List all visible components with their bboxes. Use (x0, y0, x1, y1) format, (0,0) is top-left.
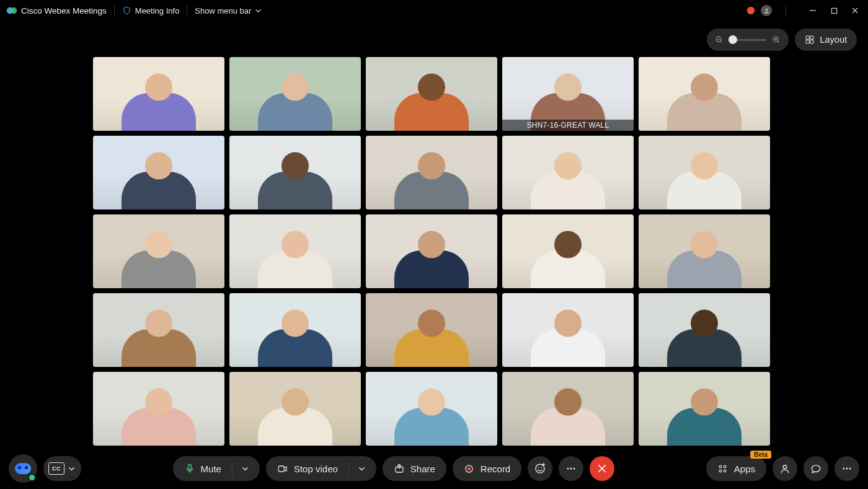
participant-tile[interactable] (639, 293, 770, 367)
zoom-slider[interactable] (729, 39, 766, 41)
participant-tile[interactable] (366, 136, 497, 209)
svg-rect-7 (810, 36, 813, 39)
reactions-icon (534, 462, 546, 475)
chevron-down-icon (242, 465, 249, 472)
maximize-button[interactable] (830, 6, 838, 15)
end-meeting-button[interactable] (590, 456, 614, 481)
close-icon (596, 463, 608, 474)
participant-tile[interactable] (229, 293, 361, 367)
participant-tile[interactable] (639, 214, 770, 288)
participant-tile[interactable] (639, 372, 770, 446)
chevron-down-icon (255, 7, 262, 14)
svg-rect-10 (188, 464, 191, 469)
more-icon (841, 462, 853, 475)
separator (187, 6, 187, 15)
separator (786, 6, 786, 15)
meeting-info-button[interactable]: Meeting Info (122, 6, 180, 15)
participant-tile[interactable] (93, 57, 224, 131)
reactions-button[interactable] (528, 456, 552, 481)
participant-tile[interactable] (639, 136, 770, 209)
svg-rect-6 (806, 36, 809, 39)
participant-tile[interactable] (366, 293, 497, 367)
chat-panel-button[interactable] (804, 456, 828, 481)
svg-point-20 (574, 468, 575, 470)
cc-icon: CC (48, 462, 64, 475)
mute-button[interactable]: Mute (173, 456, 260, 481)
participant-tile[interactable] (93, 372, 224, 446)
separator (114, 6, 115, 15)
participant-tile[interactable] (93, 293, 224, 367)
chat-icon (810, 462, 822, 475)
video-options-button[interactable] (352, 464, 365, 474)
participants-panel-button[interactable] (773, 456, 797, 481)
participant-tile[interactable] (502, 372, 634, 446)
svg-point-21 (719, 465, 722, 468)
mute-label: Mute (201, 464, 221, 474)
participant-tile[interactable] (229, 136, 361, 209)
participant-tile[interactable] (229, 57, 361, 131)
microphone-icon (184, 463, 195, 474)
svg-point-26 (843, 468, 845, 470)
title-bar: Cisco Webex Meetings Meeting Info Show m… (0, 0, 868, 21)
participants-grid: SHN7-16-GREAT WALL (93, 57, 770, 446)
stop-video-label: Stop video (294, 464, 338, 474)
beta-badge: Beta (750, 451, 771, 459)
show-menu-bar-button[interactable]: Show menu bar (195, 6, 262, 15)
more-options-button[interactable] (559, 456, 583, 481)
participant-tile[interactable] (93, 214, 224, 288)
close-button[interactable] (851, 6, 859, 15)
zoom-in-button[interactable] (771, 35, 781, 45)
participant-tile[interactable] (93, 136, 224, 209)
assistant-button[interactable] (9, 454, 37, 483)
svg-point-24 (724, 470, 726, 472)
participant-tile[interactable] (502, 293, 634, 367)
svg-point-22 (724, 465, 726, 468)
svg-rect-9 (810, 40, 813, 43)
svg-point-23 (719, 470, 722, 472)
apps-icon (717, 463, 728, 474)
participant-tile[interactable] (366, 214, 497, 288)
apps-button[interactable]: Apps Beta (706, 456, 766, 481)
svg-point-18 (567, 468, 569, 470)
svg-rect-11 (278, 466, 284, 472)
participant-tile[interactable] (229, 214, 361, 288)
participant-tile[interactable] (502, 136, 634, 209)
app-name: Cisco Webex Meetings (21, 6, 107, 15)
chevron-down-icon (68, 465, 75, 472)
participant-tile[interactable] (366, 57, 497, 131)
layout-icon (805, 35, 815, 45)
svg-point-16 (538, 467, 539, 468)
captions-button[interactable]: CC (43, 456, 81, 481)
panel-options-button[interactable] (835, 456, 859, 481)
svg-rect-8 (806, 40, 809, 43)
svg-point-28 (849, 468, 851, 470)
share-button[interactable]: Share (383, 456, 446, 481)
camera-icon (277, 463, 288, 474)
svg-point-14 (467, 467, 471, 470)
record-button[interactable]: Record (453, 456, 521, 481)
minimize-button[interactable] (808, 6, 817, 15)
participant-tile[interactable] (502, 214, 634, 288)
stop-video-button[interactable]: Stop video (266, 456, 376, 481)
participant-tile[interactable] (366, 372, 497, 446)
layout-label: Layout (820, 35, 847, 45)
layout-button[interactable]: Layout (795, 29, 857, 51)
zoom-out-button[interactable] (714, 35, 724, 45)
participant-name: SHN7-16-GREAT WALL (502, 120, 634, 131)
record-label: Record (480, 464, 510, 474)
menu-bar-label: Show menu bar (195, 6, 251, 15)
participants-icon (779, 462, 791, 475)
meeting-info-label: Meeting Info (135, 6, 180, 15)
user-avatar[interactable] (761, 5, 772, 16)
svg-point-2 (765, 8, 768, 11)
chevron-down-icon (358, 465, 365, 472)
mute-options-button[interactable] (236, 464, 249, 474)
svg-point-1 (11, 7, 17, 14)
participant-tile[interactable] (229, 372, 361, 446)
participant-tile[interactable]: SHN7-16-GREAT WALL (502, 57, 634, 131)
record-icon (464, 463, 475, 474)
recording-indicator-icon (747, 7, 755, 14)
control-bar: CC Mute Stop video (0, 448, 868, 489)
participant-tile[interactable] (639, 57, 770, 131)
svg-point-25 (783, 465, 787, 469)
